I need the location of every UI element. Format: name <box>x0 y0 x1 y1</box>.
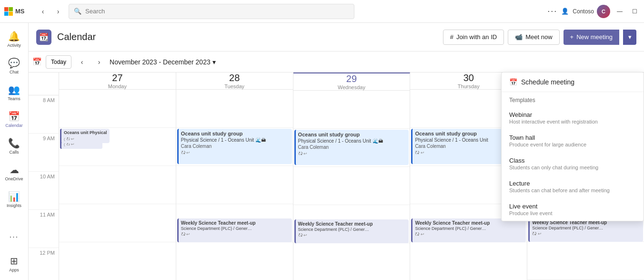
top-bar: MS ‹ › 🔍 ··· 👤 Contoso C — ☐ <box>0 0 644 23</box>
template-desc-live-event: Produce live event <box>509 210 636 216</box>
template-webinar[interactable]: Webinar Host interactive event with regi… <box>502 106 644 129</box>
template-class[interactable]: Class Students can only chat during meet… <box>502 152 644 175</box>
app-name: MS <box>15 8 25 15</box>
insights-icon: 📊 <box>8 191 20 202</box>
sidebar-item-activity[interactable]: 🔔 Activity <box>2 27 27 52</box>
top-right: ··· 👤 Contoso C — ☐ <box>547 5 640 18</box>
sidebar-label-calls: Calls <box>9 150 19 155</box>
forward-button[interactable]: › <box>51 5 65 18</box>
maximize-button[interactable]: ☐ <box>629 8 640 15</box>
date-range[interactable]: November 2023 - December 2023 ▾ <box>110 58 216 66</box>
day-header-tuesday: 28 Tuesday <box>176 73 293 90</box>
minimize-button[interactable]: — <box>614 8 625 15</box>
day-num-28: 28 <box>229 73 240 83</box>
sidebar-item-apps[interactable]: ⊞ Apps <box>2 251 27 276</box>
sidebar-item-calls[interactable]: 📞 Calls <box>2 134 27 158</box>
plus-icon: + <box>570 33 574 41</box>
day-name-monday: Monday <box>108 83 127 89</box>
event-science-teacher-wed[interactable]: Weekly Science Teacher meet-up Science D… <box>294 219 409 243</box>
template-live-event[interactable]: Live event Produce live event <box>502 198 644 221</box>
chat-icon: 💬 <box>8 57 20 69</box>
sidebar-item-calendar[interactable]: 📅 Calendar <box>2 107 27 132</box>
event-oceans-study-tue[interactable]: Oceans unit study group Physical Science… <box>177 129 292 164</box>
sidebar-item-insights[interactable]: 📊 Insights <box>2 187 27 212</box>
hash-icon: # <box>450 33 453 41</box>
more-icon: ··· <box>10 233 19 241</box>
event-actions: 🗘 ↩ <box>415 232 523 238</box>
event-actions: 🗘 ↩ <box>298 233 407 239</box>
grid-row-10am <box>293 167 410 205</box>
event-title: Oceans unit study group <box>298 131 407 138</box>
grid-row-12pm <box>176 242 293 280</box>
sidebar-label-teams: Teams <box>8 96 20 101</box>
time-11am: 11 AM <box>29 210 59 248</box>
search-icon: 🔍 <box>74 8 81 15</box>
sidebar-label-insights: Insights <box>7 203 21 208</box>
svg-rect-2 <box>4 11 9 16</box>
grid-row-11am: Weekly Science Teacher meet-up Science D… <box>293 205 410 243</box>
template-townhall[interactable]: Town hall Produce event for large audien… <box>502 129 644 152</box>
search-bar[interactable]: 🔍 <box>69 4 354 19</box>
sidebar-item-chat[interactable]: 💬 Chat <box>2 53 27 78</box>
day-num-29: 29 <box>346 73 357 84</box>
prev-week-button[interactable]: ‹ <box>75 55 89 69</box>
event-oceans-study-wed[interactable]: Oceans unit study group Physical Science… <box>294 130 409 165</box>
grid-row-11am <box>59 204 176 242</box>
new-meeting-dropdown-button[interactable]: ▾ <box>623 30 636 45</box>
event-science-teacher-thu[interactable]: Weekly Science Teacher meet-up Science D… <box>411 218 526 242</box>
event-title: Weekly Science Teacher meet-up <box>181 220 290 226</box>
sidebar-item-teams[interactable]: 👥 Teams <box>2 80 27 105</box>
join-with-id-button[interactable]: # Join with an ID <box>443 30 504 45</box>
schedule-dropdown-panel: 📅 Schedule meeting Templates Webinar Hos… <box>501 72 644 221</box>
sidebar-label-apps: Apps <box>9 268 19 272</box>
more-options-button[interactable]: ··· <box>547 6 557 16</box>
search-input[interactable] <box>85 8 349 15</box>
next-week-button[interactable]: › <box>92 55 106 69</box>
event-oceans-unit[interactable]: Oceans unit Physical ( 🗘 ↩ <box>60 129 110 143</box>
event-person: Cara Coleman <box>181 143 290 149</box>
person-icon: 👤 <box>561 8 569 15</box>
grid-row-10am <box>59 166 176 204</box>
template-lecture[interactable]: Lecture Students can chat before and aft… <box>502 175 644 198</box>
svg-rect-1 <box>9 7 13 11</box>
monday-events: Language Arts 🟥 Primary ( 🗘 ↩ Language A… <box>60 129 175 164</box>
templates-label: Templates <box>502 92 644 106</box>
chevron-down-icon: ▾ <box>628 33 632 41</box>
day-col-tuesday: 28 Tuesday Oceans unit study group Physi… <box>176 73 293 280</box>
new-meeting-button[interactable]: + New meeting <box>564 30 619 45</box>
back-button[interactable]: ‹ <box>36 5 50 18</box>
svg-rect-0 <box>4 7 9 11</box>
day-num-30: 30 <box>463 73 474 83</box>
time-8am: 8 AM <box>29 95 59 134</box>
day-body-tuesday: Oceans unit study group Physical Science… <box>176 90 293 280</box>
event-sub: Physical Science / 1 - Oceans Unit 🌊🏔 <box>181 137 290 143</box>
sidebar-item-more[interactable]: ··· <box>2 225 27 249</box>
event-science-teacher-fri[interactable]: Weekly Science Teacher meet-up Science D… <box>528 218 643 242</box>
calendar-grid-icon: 📆 <box>39 32 49 41</box>
grid-row-10am <box>176 166 293 204</box>
grid-row-12pm <box>293 243 410 280</box>
meet-now-button[interactable]: 📹 Meet now <box>508 30 559 45</box>
calendar-icon: 📅 <box>8 111 20 122</box>
mini-calendar-icon[interactable]: 📅 <box>32 57 42 66</box>
event-actions: 🗘 ↩ <box>298 151 407 157</box>
day-col-wednesday: 29 Wednesday Oceans unit study group Phy… <box>293 73 411 280</box>
activity-icon: 🔔 <box>8 31 20 42</box>
event-science-teacher-tue[interactable]: Weekly Science Teacher meet-up Science D… <box>177 218 292 242</box>
header-actions: # Join with an ID 📹 Meet now + New meeti… <box>443 30 636 45</box>
sidebar-item-onedrive[interactable]: ☁ OneDrive <box>2 160 27 185</box>
day-body-monday: Language Arts 🟥 Primary ( 🗘 ↩ Language A… <box>59 90 176 280</box>
event-title: Oceans unit study group <box>181 130 290 137</box>
svg-rect-3 <box>9 11 13 16</box>
template-desc-lecture: Students can chat before and after meeti… <box>509 187 636 193</box>
today-button[interactable]: Today <box>46 55 71 69</box>
main-layout: 🔔 Activity 💬 Chat 👥 Teams 📅 Calendar 📞 C… <box>0 23 644 280</box>
day-header-wednesday: 29 Wednesday <box>293 73 410 91</box>
template-desc-webinar: Host interactive event with registration <box>509 119 636 124</box>
day-num-27: 27 <box>112 73 122 83</box>
avatar: C <box>597 5 610 18</box>
sidebar: 🔔 Activity 💬 Chat 👥 Teams 📅 Calendar 📞 C… <box>0 23 29 280</box>
grid-row-12pm <box>59 242 176 280</box>
event-actions: ( 🗘 ↩ <box>64 137 107 142</box>
template-title-townhall: Town hall <box>509 134 636 141</box>
